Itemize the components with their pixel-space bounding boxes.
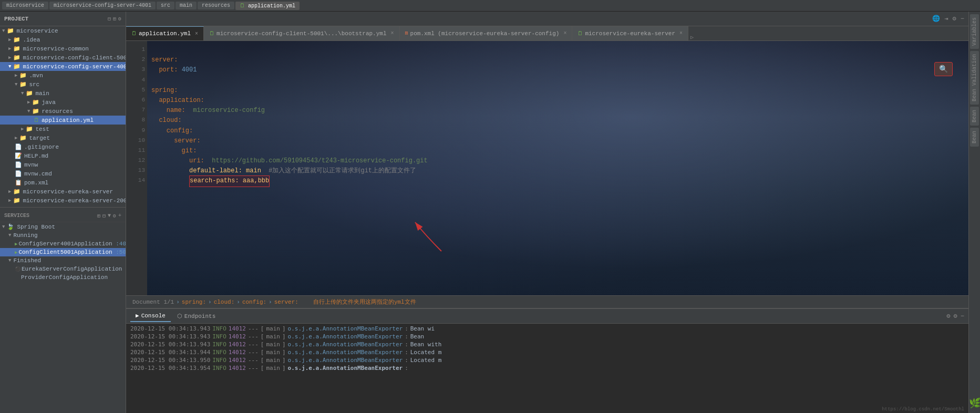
sidebar-expand-btn[interactable]: ⊞ bbox=[113, 16, 116, 22]
browser-tab-microservice[interactable]: microservice bbox=[2, 2, 48, 9]
log-pid: 14012 bbox=[229, 341, 246, 348]
project-sidebar: Project ⊟ ⊞ ⚙ ▼ 📁 microservice ▶ 📁 .idea bbox=[0, 12, 126, 413]
browser-tab-config-server[interactable]: microservice-config-server-4001 bbox=[49, 2, 156, 9]
finished-group[interactable]: ▼ Finished bbox=[0, 256, 126, 265]
tree-item-pomxml[interactable]: 📋 pom.xml bbox=[0, 178, 126, 187]
sidebar-settings-btn[interactable]: ⚙ bbox=[118, 16, 121, 22]
globe-btn[interactable]: 🌐 bbox=[932, 15, 940, 23]
console-tab[interactable]: ▶ Console bbox=[130, 310, 171, 322]
provider-config-app[interactable]: ProviderConfigApplication bbox=[0, 273, 126, 282]
log-level: INFO bbox=[212, 341, 226, 348]
sidebar-header: Project ⊟ ⊞ ⚙ bbox=[0, 12, 126, 26]
folder-icon: 📁 bbox=[32, 108, 39, 115]
browser-tab-src[interactable]: src bbox=[157, 2, 174, 9]
services-btn-1[interactable]: ⊞ bbox=[97, 213, 100, 219]
tree-item-src[interactable]: ▼ 📁 src bbox=[0, 80, 126, 89]
services-btn-4[interactable]: ⚙ bbox=[113, 213, 116, 219]
editor-container: 🌐 ⇥ ⚙ − 🗒 application.yml × 🗒 microservi… bbox=[126, 12, 968, 413]
status-sep-2: › bbox=[208, 299, 212, 305]
tab-close-3[interactable]: × bbox=[563, 30, 566, 36]
tab-close-1[interactable]: × bbox=[195, 31, 198, 37]
code-content[interactable]: server: port: 4001 spring: application bbox=[147, 41, 968, 295]
tree-item-config-server[interactable]: ▼ 📁 microservice-config-server-4001 bbox=[0, 62, 126, 71]
tree-item-helpmd[interactable]: 📝 HELP.md bbox=[0, 151, 126, 160]
browser-tab-app-yml[interactable]: 🗒 application.yml bbox=[235, 2, 300, 10]
editor-tab-bootstrap[interactable]: 🗒 microservice-config-client-5001\...\bo… bbox=[204, 26, 399, 40]
tree-item-mvnwcmd[interactable]: 📄 mvnw.cmd bbox=[0, 169, 126, 178]
endpoints-tab[interactable]: ⬡ Endpoints bbox=[172, 311, 221, 322]
search-popup[interactable]: 🔍 bbox=[934, 62, 953, 76]
right-tab-bean-validation[interactable]: Bean Validation bbox=[970, 51, 979, 105]
folder-icon: 📁 bbox=[13, 197, 20, 204]
log-sep: --- bbox=[248, 333, 259, 340]
tree-item-common[interactable]: ▶ 📁 microservice-common bbox=[0, 44, 126, 53]
tree-item-resources[interactable]: ▼ 📁 resources bbox=[0, 107, 126, 116]
bottom-gear-icon[interactable]: ⚙ bbox=[946, 312, 950, 320]
log-bracket2: ] bbox=[282, 357, 286, 364]
browser-tab-main[interactable]: main bbox=[176, 2, 197, 9]
bottom-close-icon[interactable]: − bbox=[961, 313, 964, 320]
editor-tab-app-yml[interactable]: 🗒 application.yml × bbox=[126, 26, 204, 40]
log-ts: 2020-12-15 00:34:13.943 bbox=[130, 333, 210, 340]
bottom-settings-icon[interactable]: ⚙ bbox=[954, 312, 957, 320]
tree-item-mvnw[interactable]: 📄 mvnw bbox=[0, 160, 126, 169]
tree-item-main[interactable]: ▼ 📁 main bbox=[0, 89, 126, 98]
log-line-5: 2020-12-15 00:34:13.950 INFO 14012 --- [… bbox=[130, 356, 964, 364]
log-thread: main bbox=[266, 333, 280, 340]
tree-item-mvn[interactable]: ▶ 📁 .mvn bbox=[0, 71, 126, 80]
bean-validation-label: Bean Validation bbox=[972, 54, 977, 101]
tree-arrow: ▶ bbox=[21, 126, 24, 132]
folder-icon: 📁 bbox=[26, 90, 33, 97]
right-tab-bean[interactable]: Bean bbox=[970, 107, 979, 126]
log-bracket2: ] bbox=[282, 341, 286, 348]
log-colon: : bbox=[405, 325, 408, 332]
minimize-btn[interactable]: − bbox=[961, 15, 964, 23]
tree-arrow: ▶ bbox=[8, 37, 11, 43]
xml-icon: 📋 bbox=[15, 179, 22, 186]
editor-tab-eureka[interactable]: 🗒 microservice-eureka-server × bbox=[572, 26, 688, 40]
running-group[interactable]: ▼ Running bbox=[0, 231, 126, 240]
eureka-config-app[interactable]: ⚫ EurekaServerConfigApplication bbox=[0, 265, 126, 273]
tree-item-config-client[interactable]: ▶ 📁 microservice-config-client-5001 bbox=[0, 53, 126, 62]
more-tabs-btn[interactable]: ▷ bbox=[690, 34, 694, 40]
sidebar-collapse-btn[interactable]: ⊟ bbox=[108, 16, 111, 22]
config-client-app[interactable]: ▶ ConfigClient5001Application :5001/ bbox=[0, 248, 126, 256]
tree-arrow: ▼ bbox=[15, 82, 17, 87]
tree-item-idea[interactable]: ▶ 📁 .idea bbox=[0, 35, 126, 44]
tree-arrow: ▼ bbox=[2, 28, 5, 34]
tree-item-test[interactable]: ▶ 📁 test bbox=[0, 125, 126, 133]
settings-btn[interactable]: ⚙ bbox=[953, 15, 956, 23]
status-config: config: bbox=[242, 299, 266, 305]
tree-item-app-yml[interactable]: 🗒 application.yml bbox=[0, 116, 126, 125]
tree-item-gitignore[interactable]: 📄 .gitignore bbox=[0, 142, 126, 151]
code-line-4 bbox=[151, 76, 964, 86]
spring-boot-group[interactable]: ▼ 🍃 Spring Boot bbox=[0, 222, 126, 231]
log-msg: Located m bbox=[410, 357, 442, 364]
tree-item-eureka-server-2001[interactable]: ▶ 📁 microservice-eureka-server-2001 bbox=[0, 196, 126, 205]
bottom-panel: ▶ Console ⬡ Endpoints ⚙ ⚙ − 202 bbox=[126, 308, 968, 413]
tree-item-target[interactable]: ▶ 📁 target bbox=[0, 133, 126, 142]
log-thread: main bbox=[266, 349, 280, 356]
tree-item-java[interactable]: ▶ 📁 java bbox=[0, 98, 126, 107]
log-sep: --- bbox=[248, 357, 259, 364]
log-msg: Bean bbox=[410, 333, 425, 340]
services-btn-2[interactable]: ⊟ bbox=[102, 213, 106, 219]
editor-tab-label-4: microservice-eureka-server bbox=[585, 30, 675, 37]
tree-item-eureka-server[interactable]: ▶ 📁 microservice-eureka-server bbox=[0, 187, 126, 196]
services-btn-5[interactable]: + bbox=[118, 213, 121, 219]
right-tab-bean-2[interactable]: Bean bbox=[970, 128, 979, 147]
folder-icon: 📁 bbox=[13, 45, 20, 52]
log-msg: Bean with bbox=[410, 341, 442, 348]
browser-tab-resources[interactable]: resources bbox=[198, 2, 234, 9]
file-icon: 📄 bbox=[15, 170, 22, 177]
tab-close-2[interactable]: × bbox=[391, 30, 394, 36]
tree-item-microservice[interactable]: ▼ 📁 microservice bbox=[0, 26, 126, 35]
spring-icon: 🍃 bbox=[7, 223, 14, 230]
tab-close-4[interactable]: × bbox=[679, 30, 683, 36]
editor-tab-pom[interactable]: m pom.xml (microservice-eureka-server-co… bbox=[400, 26, 573, 40]
services-btn-3[interactable]: ▼ bbox=[108, 213, 111, 219]
yaml-file-icon: 🗒 bbox=[34, 117, 39, 123]
right-tab-variables[interactable]: Variables bbox=[970, 14, 979, 49]
config-server-app[interactable]: ▶ ConfigServer4001Application :4001/ bbox=[0, 240, 126, 248]
split-btn[interactable]: ⇥ bbox=[944, 15, 948, 23]
